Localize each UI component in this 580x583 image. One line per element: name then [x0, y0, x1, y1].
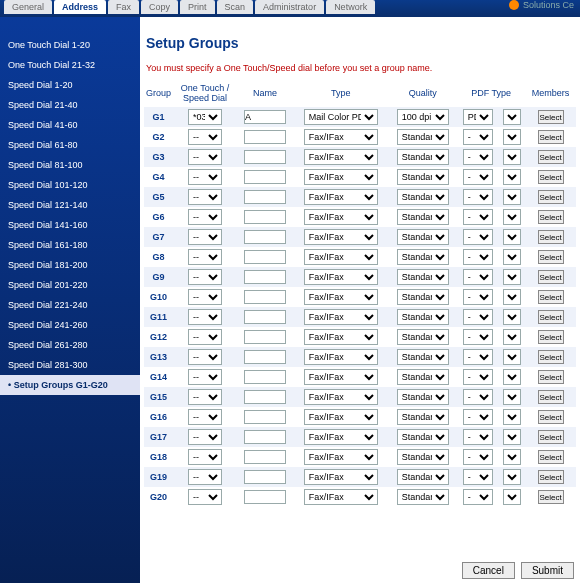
sidebar-item[interactable]: Speed Dial 281-300: [0, 355, 140, 375]
pdftype2-select[interactable]: -: [503, 129, 521, 145]
quality-select[interactable]: Standard: [397, 449, 449, 465]
onetouch-select[interactable]: --: [188, 349, 222, 365]
quality-select[interactable]: Standard: [397, 249, 449, 265]
sidebar-item[interactable]: Speed Dial 1-20: [0, 75, 140, 95]
pdftype-select[interactable]: -: [463, 249, 493, 265]
pdftype2-select[interactable]: -: [503, 189, 521, 205]
onetouch-select[interactable]: --: [188, 489, 222, 505]
name-input[interactable]: [244, 270, 286, 284]
members-select-button[interactable]: Select: [538, 490, 564, 504]
quality-select[interactable]: Standard: [397, 169, 449, 185]
pdftype2-select[interactable]: -: [503, 409, 521, 425]
onetouch-select[interactable]: --: [188, 269, 222, 285]
tab-general[interactable]: General: [4, 0, 52, 14]
members-select-button[interactable]: Select: [538, 130, 564, 144]
pdftype-select[interactable]: -: [463, 229, 493, 245]
pdftype2-select[interactable]: -: [503, 369, 521, 385]
quality-select[interactable]: Standard: [397, 129, 449, 145]
submit-button[interactable]: Submit: [521, 562, 574, 579]
quality-select[interactable]: Standard: [397, 409, 449, 425]
name-input[interactable]: [244, 450, 286, 464]
onetouch-select[interactable]: --: [188, 309, 222, 325]
type-select[interactable]: Fax/IFax: [304, 129, 378, 145]
sidebar-item[interactable]: One Touch Dial 1-20: [0, 35, 140, 55]
sidebar-item[interactable]: Speed Dial 61-80: [0, 135, 140, 155]
sidebar-item[interactable]: Speed Dial 81-100: [0, 155, 140, 175]
members-select-button[interactable]: Select: [538, 450, 564, 464]
name-input[interactable]: [244, 350, 286, 364]
sidebar-item[interactable]: Setup Groups G1-G20: [0, 375, 140, 395]
onetouch-select[interactable]: --: [188, 149, 222, 165]
name-input[interactable]: [244, 370, 286, 384]
pdftype2-select[interactable]: -: [503, 209, 521, 225]
onetouch-select[interactable]: --: [188, 129, 222, 145]
name-input[interactable]: [244, 190, 286, 204]
pdftype2-select[interactable]: -: [503, 229, 521, 245]
quality-select[interactable]: Standard: [397, 229, 449, 245]
name-input[interactable]: [244, 430, 286, 444]
name-input[interactable]: [244, 470, 286, 484]
sidebar-item[interactable]: Speed Dial 121-140: [0, 195, 140, 215]
type-select[interactable]: Fax/IFax: [304, 229, 378, 245]
name-input[interactable]: [244, 250, 286, 264]
pdftype2-select[interactable]: -: [503, 469, 521, 485]
tab-network[interactable]: Network: [326, 0, 375, 14]
onetouch-select[interactable]: --: [188, 249, 222, 265]
pdftype2-select[interactable]: -: [503, 149, 521, 165]
pdftype2-select[interactable]: -: [503, 109, 521, 125]
type-select[interactable]: Fax/IFax: [304, 249, 378, 265]
pdftype-select[interactable]: -: [463, 289, 493, 305]
quality-select[interactable]: Standard: [397, 429, 449, 445]
type-select[interactable]: Fax/IFax: [304, 409, 378, 425]
name-input[interactable]: [244, 290, 286, 304]
members-select-button[interactable]: Select: [538, 350, 564, 364]
quality-select[interactable]: 100 dpi: [397, 109, 449, 125]
pdftype-select[interactable]: -: [463, 449, 493, 465]
members-select-button[interactable]: Select: [538, 110, 564, 124]
type-select[interactable]: Fax/IFax: [304, 209, 378, 225]
pdftype2-select[interactable]: -: [503, 449, 521, 465]
quality-select[interactable]: Standard: [397, 329, 449, 345]
tab-print[interactable]: Print: [180, 0, 215, 14]
members-select-button[interactable]: Select: [538, 430, 564, 444]
name-input[interactable]: [244, 130, 286, 144]
pdftype2-select[interactable]: -: [503, 489, 521, 505]
pdftype2-select[interactable]: -: [503, 429, 521, 445]
onetouch-select[interactable]: --: [188, 229, 222, 245]
quality-select[interactable]: Standard: [397, 209, 449, 225]
tab-fax[interactable]: Fax: [108, 0, 139, 14]
sidebar-item[interactable]: One Touch Dial 21-32: [0, 55, 140, 75]
name-input[interactable]: [244, 150, 286, 164]
type-select[interactable]: Fax/IFax: [304, 389, 378, 405]
type-select[interactable]: Fax/IFax: [304, 369, 378, 385]
name-input[interactable]: [244, 110, 286, 124]
members-select-button[interactable]: Select: [538, 150, 564, 164]
quality-select[interactable]: Standard: [397, 309, 449, 325]
onetouch-select[interactable]: --: [188, 469, 222, 485]
quality-select[interactable]: Standard: [397, 269, 449, 285]
tab-copy[interactable]: Copy: [141, 0, 178, 14]
pdftype-select[interactable]: -: [463, 369, 493, 385]
sidebar-item[interactable]: Speed Dial 101-120: [0, 175, 140, 195]
pdftype-select[interactable]: PDF: [463, 109, 493, 125]
quality-select[interactable]: Standard: [397, 289, 449, 305]
pdftype-select[interactable]: -: [463, 309, 493, 325]
pdftype2-select[interactable]: -: [503, 329, 521, 345]
type-select[interactable]: Mail Color PDF: [304, 109, 378, 125]
pdftype2-select[interactable]: -: [503, 309, 521, 325]
members-select-button[interactable]: Select: [538, 330, 564, 344]
quality-select[interactable]: Standard: [397, 469, 449, 485]
onetouch-select[interactable]: --: [188, 189, 222, 205]
pdftype2-select[interactable]: -: [503, 269, 521, 285]
type-select[interactable]: Fax/IFax: [304, 489, 378, 505]
onetouch-select[interactable]: --: [188, 169, 222, 185]
tab-administrator[interactable]: Administrator: [255, 0, 324, 14]
name-input[interactable]: [244, 490, 286, 504]
pdftype-select[interactable]: -: [463, 349, 493, 365]
quality-select[interactable]: Standard: [397, 189, 449, 205]
quality-select[interactable]: Standard: [397, 349, 449, 365]
tab-address[interactable]: Address: [54, 0, 106, 14]
type-select[interactable]: Fax/IFax: [304, 149, 378, 165]
onetouch-select[interactable]: --: [188, 209, 222, 225]
onetouch-select[interactable]: --: [188, 449, 222, 465]
